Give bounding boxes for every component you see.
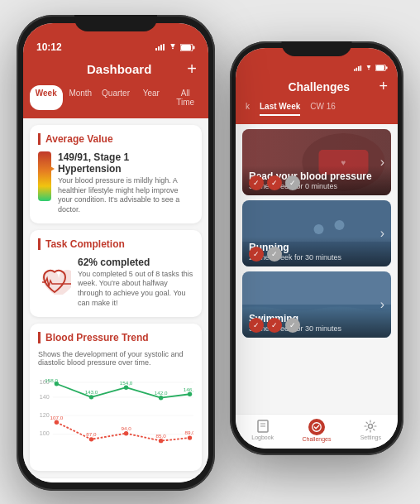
task-text: 62% completed You completed 5 out of 8 t… bbox=[78, 257, 193, 309]
task-desc: You completed 5 out of 8 tasks this week… bbox=[78, 270, 193, 309]
bp-indicator bbox=[38, 151, 51, 201]
rp-battery-icon bbox=[375, 65, 388, 71]
svg-rect-46 bbox=[386, 66, 388, 69]
bottom-nav-left: Dashboard Logbook Challenges bbox=[23, 478, 208, 483]
svg-text:140: 140 bbox=[40, 393, 50, 400]
avg-value-card: Average Value 149/91, Stage 1 Hypertensi… bbox=[30, 125, 202, 223]
rp-bottom-nav: Logbook Challenges Settings bbox=[236, 414, 398, 449]
svg-point-56 bbox=[335, 220, 345, 230]
status-icons-left bbox=[155, 44, 195, 51]
challenges-title: Challenges bbox=[288, 80, 350, 94]
phones-container: 10:12 Dashboard + Week Month Quarter Yea… bbox=[0, 0, 420, 504]
period-tabs: Week Month Quarter Year All Time bbox=[23, 85, 208, 118]
svg-rect-42 bbox=[356, 67, 358, 70]
challenge-3-checks: ✓ ✓ ✓ bbox=[249, 318, 300, 333]
rp-challenges-icon-wrap bbox=[308, 419, 325, 435]
rp-tab-k[interactable]: k bbox=[246, 102, 250, 116]
check-1-3: ✓ bbox=[285, 175, 300, 190]
challenge-3-arrow[interactable]: › bbox=[380, 297, 384, 312]
rp-nav-settings[interactable]: Settings bbox=[344, 419, 398, 442]
dashboard-title: Dashboard bbox=[51, 62, 187, 76]
svg-rect-43 bbox=[358, 66, 360, 71]
rp-status-icons bbox=[354, 65, 388, 71]
rp-wifi-icon bbox=[365, 65, 373, 71]
phone-left: 10:12 Dashboard + Week Month Quarter Yea… bbox=[17, 15, 215, 491]
svg-rect-2 bbox=[160, 45, 162, 50]
app-header-left: Dashboard + bbox=[23, 56, 208, 85]
svg-point-19 bbox=[188, 391, 192, 396]
avg-row: 149/91, Stage 1 Hypertension Your blood … bbox=[38, 151, 193, 215]
trend-card: Blood Pressure Trend Shows the developme… bbox=[30, 324, 202, 471]
svg-point-29 bbox=[188, 435, 192, 439]
check-2-2: ✓ bbox=[267, 247, 282, 262]
rp-nav-logbook[interactable]: Logbook bbox=[236, 419, 289, 442]
svg-point-16 bbox=[89, 395, 93, 399]
svg-text:143,0: 143,0 bbox=[85, 389, 98, 395]
rp-tab-lastweek[interactable]: Last Week bbox=[260, 102, 300, 116]
svg-text:154,0: 154,0 bbox=[120, 379, 133, 385]
trend-desc: Shows the development of your systolic a… bbox=[38, 350, 193, 367]
svg-text:85,0: 85,0 bbox=[156, 433, 167, 439]
rp-header: Challenges + bbox=[236, 74, 398, 102]
rp-tab-cw16[interactable]: CW 16 bbox=[310, 102, 336, 116]
svg-rect-47 bbox=[376, 65, 384, 70]
challenge-2-checks: ✓ ✓ bbox=[249, 247, 282, 262]
rp-settings-icon bbox=[363, 419, 378, 434]
rp-logbook-icon bbox=[255, 419, 270, 434]
svg-text:146,0: 146,0 bbox=[184, 386, 193, 391]
rp-settings-label: Settings bbox=[360, 434, 381, 440]
rp-nav-challenges[interactable]: Challenges bbox=[289, 419, 343, 442]
add-button-left[interactable]: + bbox=[187, 60, 197, 79]
svg-text:87,0: 87,0 bbox=[86, 431, 97, 437]
avg-card-title: Average Value bbox=[38, 133, 193, 145]
rp-tabs: k Last Week CW 16 bbox=[236, 102, 398, 124]
svg-point-28 bbox=[159, 438, 163, 442]
task-row: 62% completed You completed 5 out of 8 t… bbox=[38, 257, 193, 309]
svg-point-25 bbox=[55, 420, 59, 424]
tab-quarter[interactable]: Quarter bbox=[98, 85, 133, 110]
content-left: Average Value 149/91, Stage 1 Hypertensi… bbox=[23, 118, 208, 478]
tab-year[interactable]: Year bbox=[135, 85, 168, 110]
challenges-content: ♥ Read your blood pressure 3 times/week … bbox=[236, 124, 398, 414]
avg-value: 149/91, Stage 1 Hypertension bbox=[58, 151, 193, 175]
svg-rect-6 bbox=[181, 45, 191, 50]
challenge-1-arrow[interactable]: › bbox=[380, 155, 384, 170]
screen-right: Challenges + k Last Week CW 16 bbox=[236, 48, 398, 449]
rp-logbook-label: Logbook bbox=[251, 434, 274, 440]
challenge-2-arrow[interactable]: › bbox=[380, 226, 384, 241]
svg-point-63 bbox=[369, 425, 373, 429]
notch-left bbox=[74, 15, 157, 31]
svg-text:107,0: 107,0 bbox=[50, 414, 64, 420]
phone-right: Challenges + k Last Week CW 16 bbox=[230, 41, 403, 455]
tab-month[interactable]: Month bbox=[64, 85, 98, 110]
svg-text:89,0: 89,0 bbox=[184, 430, 193, 435]
svg-point-17 bbox=[124, 385, 128, 389]
challenge-1-checks: ✓ ✓ ✓ bbox=[249, 175, 300, 190]
check-2-1: ✓ bbox=[249, 247, 264, 262]
svg-point-18 bbox=[159, 396, 163, 400]
check-1-1: ✓ bbox=[249, 175, 264, 190]
challenge-1: ♥ Read your blood pressure 3 times/week … bbox=[242, 129, 391, 195]
check-3-1: ✓ bbox=[249, 318, 264, 333]
check-1-2: ✓ bbox=[267, 175, 282, 190]
check-3-3: ✓ bbox=[285, 318, 300, 333]
notch-right bbox=[282, 41, 352, 56]
task-pct: 62% completed bbox=[78, 257, 193, 268]
svg-text:120: 120 bbox=[40, 412, 50, 419]
bp-chart-svg: 160 140 120 100 bbox=[38, 372, 193, 463]
heart-icon bbox=[38, 266, 71, 299]
svg-text:158,0: 158,0 bbox=[45, 377, 58, 382]
task-card-title: Task Completion bbox=[38, 238, 193, 250]
tab-alltime[interactable]: All Time bbox=[169, 85, 203, 110]
wifi-icon bbox=[168, 44, 178, 50]
challenge-3: Swimming 3 times/week for 30 minutes ✓ ✓… bbox=[242, 271, 391, 338]
svg-point-55 bbox=[314, 224, 324, 234]
check-3-2: ✓ bbox=[267, 318, 282, 333]
svg-text:94,0: 94,0 bbox=[121, 425, 131, 431]
task-card: Task Completion 62% completed You comple… bbox=[30, 230, 202, 317]
rp-add-button[interactable]: + bbox=[379, 78, 388, 95]
svg-point-27 bbox=[124, 431, 128, 435]
tab-week[interactable]: Week bbox=[30, 85, 63, 110]
svg-text:100: 100 bbox=[40, 430, 50, 437]
svg-rect-0 bbox=[155, 48, 157, 50]
